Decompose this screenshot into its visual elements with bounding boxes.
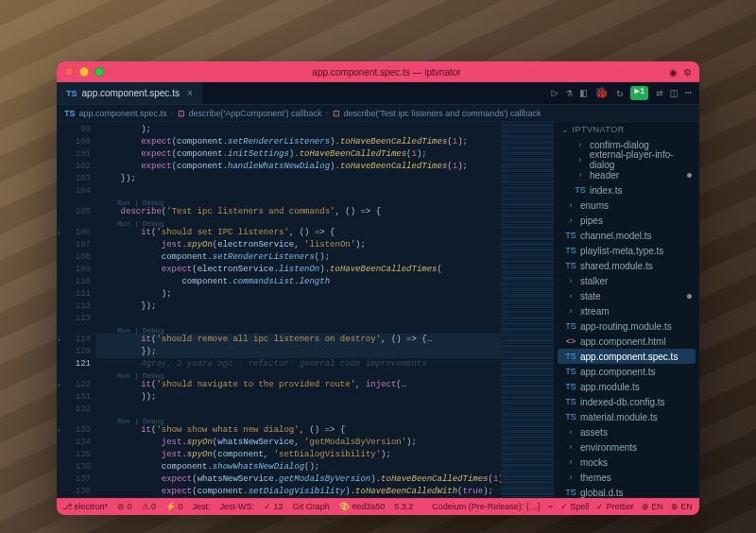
status-item[interactable]: ⚡ 0 [165,502,183,511]
file-tree-item[interactable]: ›environments [558,439,696,455]
code-line[interactable]: expect(electronService.listenOn).toHaveB… [96,264,501,276]
code-line[interactable]: )); [96,391,501,404]
line-number[interactable]: 100 [59,136,91,148]
file-tree-item[interactable]: ›external-player-info-dialog [558,152,696,167]
debug-icon[interactable]: 🐞 [594,86,609,100]
line-number[interactable]: 109 [59,264,91,276]
editor-tab[interactable]: TS app.component.spec.ts × [57,82,203,104]
run-icon[interactable]: ▷ [552,86,558,100]
line-number[interactable]: 107 [59,239,91,251]
status-item[interactable]: 🎨 #ed3a50 [339,502,386,511]
status-item[interactable]: ✓ Spell [560,502,590,511]
line-number[interactable]: 103 [59,173,91,185]
code-line[interactable]: it('should navigate to the provided rout… [96,379,501,391]
status-item[interactable]: ⌁ [548,502,553,511]
code-line[interactable] [96,185,501,198]
code-line[interactable]: jest.spyOn(component, 'setDialogVisibili… [96,449,501,461]
code-area[interactable]: ); expect(component.setRendererListeners… [96,122,501,498]
split-editor-icon[interactable]: ◫ [671,86,678,100]
code-line[interactable]: 4gray, 2 years ago · refactor: general c… [96,358,501,370]
file-tree-item[interactable]: TSapp.component.ts [558,364,696,379]
diff-icon[interactable]: ⇄ [656,86,662,100]
file-tree-item[interactable]: ›themes [558,470,696,485]
file-tree-item[interactable]: ›state [558,288,696,303]
code-line[interactable]: expect(component.setRendererListeners).t… [96,136,501,148]
line-number[interactable]: 137 [59,473,91,486]
file-tree-item[interactable]: TSapp.module.ts [558,379,696,394]
file-tree-item[interactable]: TSindexed-db.config.ts [558,394,696,409]
code-line[interactable]: }); [96,173,501,185]
status-item[interactable]: ⚠ 0 [142,502,157,511]
line-number[interactable]: 138 [59,486,91,498]
code-line[interactable]: jest.spyOn(electronService, 'listenOn'); [96,239,501,251]
beaker-icon[interactable]: ⚗ [566,86,573,100]
tab-close-icon[interactable]: × [187,88,193,98]
line-number[interactable]: 120 [59,346,91,358]
maximize-window-icon[interactable] [94,67,104,77]
line-number[interactable]: 136 [59,461,91,473]
breadcrumb[interactable]: TS app.component.spec.ts › ⊡ describe('A… [57,105,699,122]
file-tree-item[interactable]: TSchannel.model.ts [558,228,696,243]
code-line[interactable]: expect(component.initSettings).toHaveBee… [96,148,501,161]
status-item[interactable]: 5.3.2 [394,502,413,511]
line-number[interactable]: 111 [59,288,91,301]
explorer-header[interactable]: ⌄ IPTVNATOR [554,122,699,137]
code-line[interactable] [96,313,501,325]
status-item[interactable]: ✓ 12 [264,502,284,511]
file-tree-item[interactable]: TSplaylist-meta.type.ts [558,243,696,258]
code-line[interactable]: expect(component.setDialogVisibility).to… [96,486,501,498]
file-tree-item[interactable]: TSmaterial.module.ts [558,409,696,424]
code-line[interactable]: component.setRendererListeners(); [96,251,501,264]
run-count-badge[interactable]: ▶1 [630,86,648,100]
titlebar[interactable]: app.component.spec.ts — iptvnator ◉ ⚙ [57,61,699,82]
status-item[interactable]: Git Graph [293,502,330,511]
file-tree-item[interactable]: TSapp.component.spec.ts [558,349,696,364]
account-icon[interactable]: ◉ [669,67,678,77]
status-item[interactable]: ⊕ EN [642,502,663,511]
close-window-icon[interactable] [64,67,74,77]
line-number[interactable]: 108 [59,251,91,264]
line-number[interactable]: ▷›122 [59,379,91,391]
code-line[interactable]: it('show show whats new dialog', () => { [96,424,501,437]
file-tree-item[interactable]: ›mocks [558,455,696,470]
coverage-icon[interactable]: ◧ [580,86,587,100]
line-number[interactable]: 134 [59,437,91,449]
line-number[interactable]: ▷›114 [59,334,91,346]
code-line[interactable]: it('should set IPC listeners', () => { [96,227,501,239]
minimize-window-icon[interactable] [79,67,89,77]
code-line[interactable]: jest.spyOn(whatsNewService, 'getModalsBy… [96,437,501,449]
line-number[interactable]: 102 [59,161,91,173]
line-number[interactable]: 132 [59,404,91,416]
line-gutter[interactable]: 99100101102103104▷105▷›10610710810911011… [57,122,96,498]
minimap[interactable] [501,122,553,498]
status-item[interactable]: Codeium (Pre-Release): {…} [432,502,541,511]
file-tree-item[interactable]: ›pipes [558,213,696,228]
line-number[interactable]: 121 [59,358,91,370]
code-line[interactable]: expect(component.handleWhatsNewDialog).t… [96,161,501,173]
refresh-icon[interactable]: ↻ [616,86,623,100]
code-line[interactable]: component.commandsList.length [96,276,501,288]
more-icon[interactable]: ⋯ [685,86,692,100]
file-tree-item[interactable]: ›enums [558,198,696,213]
code-line[interactable]: describe('Test ipc listeners and command… [96,206,501,218]
breadcrumb-segment[interactable]: describe('Test ipc listeners and command… [344,109,541,118]
line-number[interactable]: ▷›133 [59,424,91,437]
code-line[interactable]: ); [96,124,501,136]
line-number[interactable]: 104 [59,185,91,198]
file-tree-item[interactable]: ›assets [558,424,696,439]
file-tree-item[interactable]: ›xtream [558,303,696,318]
file-tree-item[interactable]: TSshared.module.ts [558,258,696,273]
status-item[interactable]: Jest-WS: [220,502,255,511]
line-number[interactable]: 113 [59,313,91,325]
file-tree-item[interactable]: TSindex.ts [558,182,696,198]
status-item[interactable]: ✓ Prettier [596,502,634,511]
code-line[interactable]: }); [96,346,501,358]
code-line[interactable]: ); [96,288,501,301]
status-item[interactable]: ⎇ electron* [62,502,108,511]
code-line[interactable]: component.showWhatsNewDialog(); [96,461,501,473]
file-tree-item[interactable]: TSapp-routing.module.ts [558,318,696,334]
file-tree-item[interactable]: TSglobal.d.ts [558,485,696,498]
line-number[interactable]: 135 [59,449,91,461]
line-number[interactable]: 131 [59,391,91,404]
status-item[interactable]: ⊘ 0 [117,502,132,511]
